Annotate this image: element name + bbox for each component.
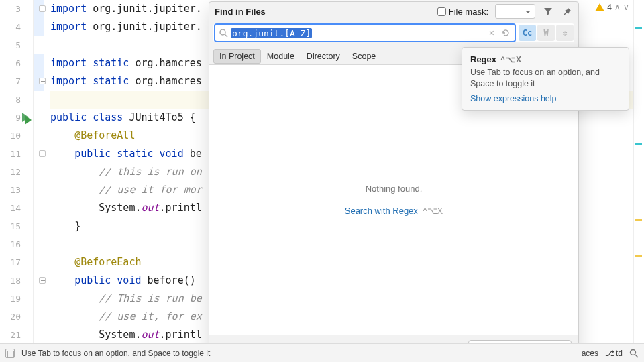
line-number[interactable]: 7 <box>0 72 33 90</box>
line-number[interactable]: 14 <box>0 199 33 217</box>
line-number[interactable]: 8 <box>0 90 33 109</box>
fold-toggle-icon[interactable] <box>39 150 46 157</box>
search-icon <box>219 29 228 38</box>
tooltip-body: Use Tab to focus on an option, and Space… <box>470 67 621 90</box>
tool-window-icon[interactable] <box>5 349 15 358</box>
line-number[interactable]: 21 <box>0 326 33 344</box>
change-marker <box>34 54 44 72</box>
words-toggle[interactable]: W <box>537 25 555 41</box>
clear-search-icon[interactable]: × <box>489 27 494 38</box>
svg-line-3 <box>635 355 638 357</box>
tooltip-shortcut: ^⌥X <box>500 55 522 64</box>
svg-line-1 <box>225 34 227 37</box>
regex-tooltip: Regex ^⌥X Use Tab to focus on an option,… <box>462 47 629 111</box>
dialog-title: Find in Files <box>215 7 266 17</box>
line-number[interactable]: 10 <box>0 127 33 145</box>
line-number[interactable]: 20 <box>0 308 33 326</box>
gutter: 3456789101112131415161718192021 <box>0 0 34 343</box>
line-number[interactable]: 12 <box>0 163 33 181</box>
svg-point-2 <box>631 349 636 355</box>
tab-module[interactable]: Module <box>261 49 301 64</box>
line-number[interactable]: 3 <box>0 0 33 18</box>
file-mask-combo[interactable] <box>495 4 535 19</box>
status-hint: Use Tab to focus on an option, and Space… <box>21 349 210 358</box>
line-number[interactable]: 19 <box>0 290 33 308</box>
git-branch[interactable]: td <box>605 349 623 358</box>
nothing-found-label: Nothing found. <box>366 184 423 194</box>
fold-toggle-icon[interactable] <box>39 277 46 284</box>
svg-point-0 <box>220 29 225 35</box>
warning-icon <box>595 3 604 11</box>
find-header: Find in Files File mask: <box>209 2 578 21</box>
line-number[interactable]: 15 <box>0 217 33 235</box>
status-search-icon[interactable] <box>629 349 639 358</box>
pin-icon[interactable] <box>561 5 573 17</box>
search-row: org.junit.[A-Z] × Cc W ✲ <box>213 23 574 42</box>
tooltip-link[interactable]: Show expressions help <box>470 94 621 103</box>
filter-icon[interactable] <box>542 5 554 17</box>
status-bar: Use Tab to focus on an option, and Space… <box>0 343 644 362</box>
line-number[interactable]: 17 <box>0 253 33 272</box>
file-mask-checkbox[interactable]: File mask: <box>437 7 488 17</box>
inspection-summary[interactable]: 4 ∧ ∨ <box>595 3 629 12</box>
line-number[interactable]: 4 <box>0 18 33 36</box>
line-number[interactable]: 18 <box>0 272 33 290</box>
run-gutter-icon[interactable] <box>25 115 32 125</box>
search-text: org.junit.[A-Z] <box>231 28 312 38</box>
fold-toggle-icon[interactable] <box>39 5 46 12</box>
search-regex-shortcut: ^⌥X <box>423 206 443 216</box>
chevron-down-icon[interactable]: ∨ <box>623 3 629 12</box>
file-mask-label: File mask: <box>449 7 488 17</box>
search-input[interactable]: org.junit.[A-Z] × <box>214 23 516 42</box>
tooltip-title: Regex <box>470 54 496 64</box>
tab-scope[interactable]: Scope <box>346 49 382 64</box>
line-number[interactable]: 11 <box>0 145 33 163</box>
change-marker <box>34 18 44 36</box>
match-case-toggle[interactable]: Cc <box>519 25 536 41</box>
tab-directory[interactable]: Directory <box>301 49 346 64</box>
line-number[interactable]: 5 <box>0 36 33 54</box>
line-number[interactable]: 6 <box>0 54 33 72</box>
search-with-regex-link[interactable]: Search with Regex <box>345 206 418 216</box>
regex-toggle[interactable]: ✲ <box>556 25 574 41</box>
fold-toggle-icon[interactable] <box>39 78 46 84</box>
status-spaces[interactable]: aces <box>582 349 598 358</box>
tab-in-project[interactable]: In Project <box>213 49 261 64</box>
line-number[interactable]: 13 <box>0 181 33 199</box>
line-number[interactable]: 16 <box>0 235 33 253</box>
search-option-toggles: Cc W ✲ <box>519 25 574 41</box>
warning-count: 4 <box>607 3 612 12</box>
history-icon[interactable] <box>501 28 511 38</box>
chevron-up-icon[interactable]: ∧ <box>614 3 621 12</box>
file-mask-check-input[interactable] <box>437 7 446 16</box>
error-stripe[interactable] <box>633 0 644 343</box>
